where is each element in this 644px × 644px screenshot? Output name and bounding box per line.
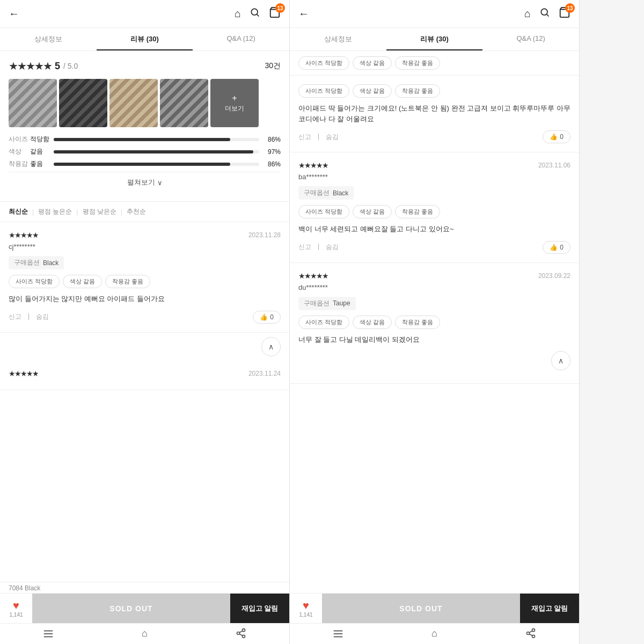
left-scroll-up-button[interactable]: ∧	[261, 337, 281, 356]
right-review-2-tag-0: 사이즈 적당함	[298, 316, 349, 329]
right-heart-icon: ♥	[303, 599, 309, 612]
left-stars: ★★★★★	[9, 60, 52, 72]
left-heart-count: 1,141	[9, 612, 23, 618]
left-review-1-report[interactable]: 신고	[9, 312, 21, 321]
right-scroll-up-button[interactable]: ∧	[551, 351, 570, 370]
right-tab-detail[interactable]: 상세정보	[290, 28, 386, 50]
left-restock-button[interactable]: 재입고 알림	[230, 594, 289, 623]
left-review-1-tag-0: 사이즈 적당함	[9, 275, 60, 288]
left-nav-menu[interactable]	[0, 628, 97, 640]
left-nav-share[interactable]	[193, 628, 289, 640]
svg-line-21	[529, 631, 532, 632]
left-stat-fit: 착용감 좋음 86%	[9, 159, 281, 169]
right-nav-share[interactable]	[482, 628, 579, 640]
right-review-2-header: ★★★★★ 2023.09.22	[298, 272, 570, 280]
left-review-2-stars: ★★★★★	[9, 369, 38, 378]
left-review-1: ★★★★★ 2023.11.28 cj******** 구매옵션 Black 사…	[0, 222, 289, 333]
right-filter-tags: 사이즈 적당함 색상 같음 착용감 좋음	[290, 51, 579, 76]
right-back-button[interactable]: ←	[298, 8, 309, 20]
left-review-1-like[interactable]: 👍 0	[253, 311, 281, 324]
right-filter-tag-0[interactable]: 사이즈 적당함	[298, 56, 349, 70]
right-review-1-user: ba********	[298, 173, 570, 181]
left-cart-badge: 13	[275, 3, 285, 13]
left-tab-detail[interactable]: 상세정보	[0, 28, 97, 50]
right-cart-badge: 13	[565, 3, 575, 13]
left-header-icons: ⌂ 13	[235, 6, 281, 21]
right-review-2-date: 2023.09.22	[538, 272, 570, 280]
right-review-0-like[interactable]: 👍 0	[543, 130, 570, 143]
left-stat-size-bar-bg	[54, 138, 259, 141]
left-heart-button[interactable]: ♥ 1,141	[0, 596, 32, 621]
svg-point-18	[527, 632, 530, 635]
left-back-button[interactable]: ←	[9, 8, 19, 20]
left-photo-1[interactable]	[9, 79, 57, 127]
right-tab-review[interactable]: 리뷰 (30)	[386, 28, 483, 50]
right-review-0-text: 아이패드 딱 들어가는 크기에요! (노트북은 안 됨) 완전 고급져 보이고 …	[298, 103, 570, 124]
left-sort-recent[interactable]: 최신순	[9, 207, 28, 216]
right-review-2-option-value: Taupe	[333, 299, 350, 307]
right-review-1-like[interactable]: 👍 0	[543, 241, 570, 254]
left-search-button[interactable]	[250, 7, 260, 20]
left-photo-row: + 더보기	[9, 79, 281, 127]
right-review-1-footer: 신고 | 숨김 👍 0	[298, 241, 570, 254]
left-nav-home[interactable]: ⌂	[97, 628, 193, 640]
right-tab-qna[interactable]: Q&A (12)	[482, 28, 579, 50]
left-review-1-user: cj********	[9, 243, 281, 251]
left-photo-2[interactable]	[59, 79, 107, 127]
right-heart-button[interactable]: ♥ 1,141	[290, 596, 322, 621]
right-restock-button[interactable]: 재입고 알림	[520, 594, 579, 623]
left-sort-high[interactable]: 평점 높은순	[38, 207, 72, 216]
right-review-0-report[interactable]: 신고	[298, 133, 311, 142]
right-review-2: ★★★★★ 2023.09.22 du******** 구매옵션 Taupe 사…	[290, 263, 579, 384]
left-cart-button[interactable]: 13	[269, 6, 281, 21]
right-review-2-tags: 사이즈 적당함 색상 같음 착용감 좋음	[298, 316, 570, 329]
right-review-0-actions: 신고 | 숨김	[298, 133, 339, 142]
right-cart-button[interactable]: 13	[559, 6, 570, 21]
left-stat-size: 사이즈 적당함 86%	[9, 135, 281, 144]
left-expand-button[interactable]: 펼쳐보기 ∨	[9, 172, 281, 193]
right-review-0-hide[interactable]: 숨김	[326, 133, 339, 142]
svg-line-10	[239, 631, 243, 632]
left-review-1-text: 많이 들어가지는 않지만 예뻐요 아이패드 들어가요	[9, 294, 281, 304]
right-review-0-like-count: 0	[560, 133, 564, 141]
left-review-1-footer: 신고 | 숨김 👍 0	[9, 311, 281, 324]
right-review-2-option-label: 구매옵션	[304, 299, 330, 308]
right-review-1-report[interactable]: 신고	[298, 243, 311, 252]
right-nav-home[interactable]: ⌂	[386, 628, 483, 640]
right-filter-tag-2[interactable]: 착용감 좋음	[395, 56, 440, 70]
left-stat-size-bar-fill	[54, 138, 230, 141]
right-review-1-option-value: Black	[333, 189, 348, 197]
right-sold-out-button: SOLD OUT	[322, 594, 520, 623]
left-stat-color-bar-bg	[54, 150, 259, 153]
left-review-1-hide[interactable]: 숨김	[36, 312, 49, 321]
right-bottom-nav: ⌂	[290, 623, 579, 644]
left-stat-color-label: 색상	[9, 147, 30, 156]
left-expand-icon: ∨	[157, 179, 163, 187]
left-sort-recommended[interactable]: 추천순	[127, 207, 146, 216]
left-photo-3[interactable]	[109, 79, 158, 127]
right-home-button[interactable]: ⌂	[524, 8, 531, 20]
left-review-count: 30건	[265, 61, 281, 71]
left-sort-bar: 최신순 | 평점 높은순 | 평점 낮은순 | 추천순	[0, 202, 289, 222]
left-stars-row: ★★★★★ 5 / 5.0	[9, 60, 78, 72]
left-photo-4[interactable]	[160, 79, 208, 127]
left-panel: ← ⌂ 13 상세정보 리뷰 (30) Q&A (12)	[0, 0, 290, 644]
right-filter-tag-1[interactable]: 색상 같음	[353, 56, 392, 70]
right-review-1-tag-0: 사이즈 적당함	[298, 205, 349, 218]
right-search-button[interactable]	[539, 7, 550, 20]
left-review-1-option-value: Black	[43, 259, 58, 267]
left-tab-qna[interactable]: Q&A (12)	[193, 28, 289, 50]
right-review-0-tag-1: 색상 같음	[353, 84, 392, 98]
svg-point-11	[541, 9, 547, 15]
svg-line-9	[239, 634, 243, 635]
right-review-1-hide[interactable]: 숨김	[326, 243, 339, 252]
left-review-2-header: ★★★★★ 2023.11.24	[9, 369, 281, 378]
left-review-1-like-count: 0	[270, 313, 274, 321]
left-home-button[interactable]: ⌂	[235, 8, 241, 20]
right-review-1-text: 백이 너무 세련되고 예뻐요잘 들고 다니고 있어요~	[298, 224, 570, 235]
left-tab-review[interactable]: 리뷰 (30)	[97, 28, 193, 50]
right-nav-menu[interactable]	[290, 628, 386, 640]
left-stat-color-value: 같음	[30, 147, 49, 156]
left-sort-low[interactable]: 평점 낮은순	[83, 207, 116, 216]
left-photo-more[interactable]: + 더보기	[210, 79, 259, 127]
